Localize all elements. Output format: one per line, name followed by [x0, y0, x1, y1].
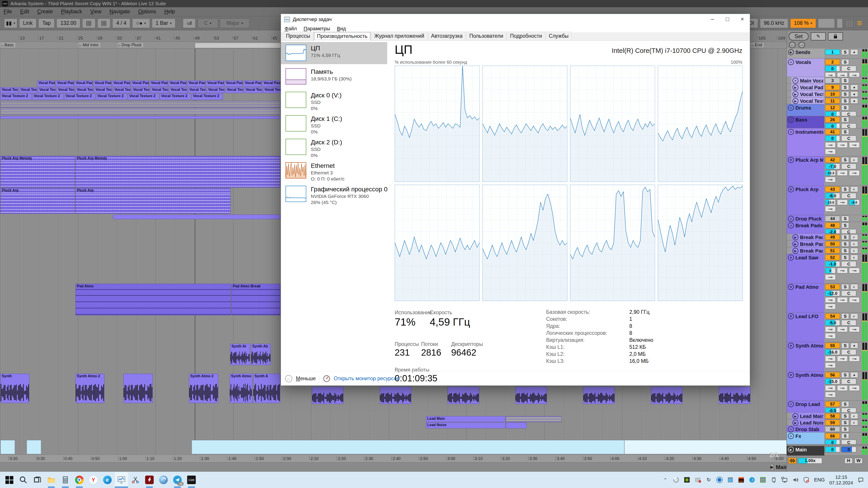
arm-button[interactable]: ● [850, 98, 858, 104]
locator-drop-pluck[interactable]: Drop Pluck [118, 43, 143, 47]
mixer-track-synth-atmo-1[interactable]: ▼Synth Atmo 155S●-16.0C−∞−∞−∞−∞ [787, 342, 868, 371]
clip-lead-noise[interactable]: Lead Noise [426, 422, 505, 428]
tray-network-icon[interactable] [781, 477, 788, 483]
track-number[interactable]: 43 [825, 186, 840, 192]
menu-create[interactable]: Create [37, 8, 53, 15]
menu-file[interactable]: File [4, 8, 12, 15]
taskbar-app-task-manager[interactable] [115, 472, 128, 488]
tap-tempo-button[interactable]: Tap [38, 19, 55, 28]
clip[interactable] [0, 101, 280, 107]
solo-button[interactable]: S [841, 343, 849, 348]
taskbar-app-daemon-tools[interactable] [157, 472, 170, 488]
clip-vocal-texture-2[interactable]: Vocal Texture 2 [32, 94, 64, 100]
clip-vocal-tectu[interactable]: Vocal Tectu [38, 87, 56, 93]
locator-end[interactable]: End [751, 43, 764, 47]
track-number[interactable]: 2 [825, 59, 840, 65]
solo-button[interactable]: S [841, 216, 849, 221]
clip[interactable] [113, 215, 280, 219]
close-button[interactable]: × [735, 14, 750, 24]
clip-vocal-pad[interactable]: Vocal Pad [56, 80, 74, 87]
solo-button[interactable]: S [841, 223, 849, 228]
volume-slider[interactable]: -0.5 [825, 408, 840, 413]
menu-playback[interactable]: Playback [61, 8, 82, 15]
clip[interactable] [0, 116, 280, 119]
track-number[interactable]: 42 [825, 157, 840, 163]
pan-control[interactable]: C [841, 193, 856, 199]
send-amount[interactable]: -10.3 [825, 170, 836, 176]
tab--[interactable]: Подробности [507, 32, 545, 40]
pan-control[interactable]: C [841, 408, 856, 413]
sidebar-entry-disk1[interactable]: Диск 1 (C:)SSD0% [281, 112, 387, 135]
clip-vocal-pad[interactable]: Vocal Pad [150, 80, 168, 87]
next-locator-button[interactable]: → [799, 42, 805, 48]
pan-control[interactable]: C [841, 164, 856, 169]
clip[interactable] [123, 374, 153, 403]
send-amount[interactable]: −∞ [825, 385, 836, 391]
send-amount[interactable]: -8.0 [849, 199, 860, 205]
main-volume-slider[interactable]: 0 [825, 447, 840, 452]
clip-vocal-pad[interactable]: Vocal Pad [225, 80, 243, 87]
track-number[interactable]: 55 [825, 343, 840, 348]
send-amount[interactable]: −∞ [849, 326, 860, 332]
menu-edit[interactable]: Edit [20, 8, 29, 15]
volume-slider[interactable]: 0 [825, 123, 840, 128]
track-fold-icon[interactable]: ≡ [788, 426, 794, 432]
pan-control[interactable]: C [841, 66, 856, 71]
clip-vocal-tectu[interactable]: Vocal Tectu [207, 87, 225, 93]
tray-nvidia-settings-icon[interactable] [684, 477, 690, 483]
arm-button[interactable]: ◐ [850, 157, 858, 163]
mixer-track-drop-pluck[interactable]: ≡Drop Pluck44S [787, 215, 868, 222]
mixer-track-break-pad-2[interactable]: ▶Break Pad 250S◐ [787, 240, 868, 247]
solo-button[interactable]: S [841, 157, 849, 163]
taskbar-clock[interactable]: 12:15 07.12.2024 [829, 474, 853, 486]
taskbar-app-yandex-browser[interactable]: Y [87, 472, 100, 488]
track-play-icon[interactable]: ▶ [793, 413, 798, 419]
track-number[interactable]: 41 [825, 129, 840, 135]
scale-menu[interactable]: Major▾ [220, 19, 249, 28]
key-signature-button[interactable]: ♭♯ [183, 19, 195, 28]
cpu-load-meter[interactable]: 108 %▾ [790, 19, 816, 28]
clip-vocal-tectu[interactable]: Vocal Tectu [94, 87, 112, 93]
solo-button[interactable]: S [841, 255, 849, 260]
volume-slider[interactable]: 0 [825, 66, 840, 71]
track-number[interactable]: 58 [825, 413, 840, 419]
tab--[interactable]: Службы [546, 32, 572, 40]
track-fold-icon[interactable]: ≡ [788, 216, 794, 222]
clip[interactable] [192, 440, 624, 454]
solo-button[interactable]: S [841, 186, 849, 192]
solo-button[interactable]: S [841, 91, 849, 97]
clip-vocal-tectu[interactable]: Vocal Tectu [113, 87, 131, 93]
mixer-track-lead-noise[interactable]: ▶Lead Noise59S◐ [787, 419, 868, 426]
sidebar-entry-cpu[interactable]: ЦП71% 4,59 ГГц [281, 42, 387, 64]
pan-control[interactable]: C [841, 123, 856, 128]
clip-vocal-tectu[interactable]: Vocal Tectu [263, 87, 281, 93]
send-amount[interactable]: −∞ [825, 274, 836, 280]
track-fold-icon[interactable]: ▼ [788, 284, 794, 290]
track-fold-icon[interactable]: ▼ [788, 186, 794, 192]
sidebar-entry-disk2[interactable]: Диск 2 (D:)SSD0% [281, 136, 387, 158]
solo-button[interactable]: S [841, 313, 849, 319]
mixer-track-vocal-tecture-1[interactable]: ▶Vocal Tecture 110S● [787, 91, 868, 97]
clip-synth-at[interactable]: Synth At [230, 344, 250, 365]
clip[interactable] [719, 387, 750, 404]
track-number[interactable]: 56 [825, 372, 840, 378]
clip[interactable] [447, 387, 479, 404]
notification-center-icon[interactable] [858, 477, 864, 483]
mixer-track-sends[interactable]: ▶Sends1S● [787, 48, 868, 59]
tab--[interactable]: Журнал приложений [371, 32, 428, 40]
taskbar-app-search[interactable] [17, 472, 30, 488]
volume-slider[interactable]: -2.0 [825, 229, 840, 234]
track-number[interactable]: 50 [825, 241, 840, 247]
clip-vocal-pad[interactable]: Vocal Pad [168, 80, 186, 87]
volume-slider[interactable]: -7.0 [825, 164, 840, 169]
mixer-track-main-vocal[interactable]: ≡Main Vocal3S [787, 77, 868, 84]
track-number[interactable]: 44 [825, 216, 840, 221]
clip[interactable] [515, 387, 547, 404]
send-amount[interactable]: −∞ [825, 304, 836, 309]
clip[interactable] [0, 440, 15, 454]
clip-pluck-arp-melody[interactable]: Pluck Arp Melody [75, 156, 280, 188]
solo-button[interactable]: S [841, 248, 849, 254]
track-play-icon[interactable]: ▶ [788, 447, 794, 453]
track-play-icon[interactable]: ▶ [793, 234, 798, 240]
send-amount[interactable]: −∞ [837, 199, 848, 205]
